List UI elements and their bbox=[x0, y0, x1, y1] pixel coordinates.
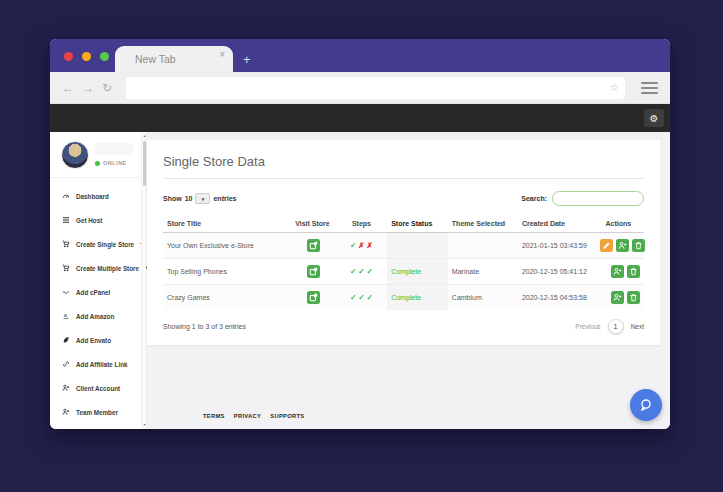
delete-button[interactable] bbox=[627, 291, 640, 304]
footer-link-privacy[interactable]: PRIVACY bbox=[234, 413, 261, 419]
url-input[interactable] bbox=[132, 83, 609, 93]
sidebar-item-create-multiple-store[interactable]: Create Multiple Store + bbox=[50, 256, 146, 280]
sidebar-item-add-envato[interactable]: Add Envato bbox=[50, 328, 146, 352]
store-status-cell: Complete bbox=[387, 285, 448, 311]
sidebar-item-team-member[interactable]: Team Member bbox=[50, 400, 146, 424]
cpanel-icon bbox=[62, 288, 70, 296]
header-created-date[interactable]: Created Date bbox=[518, 215, 593, 233]
envato-icon bbox=[62, 336, 70, 344]
edit-button[interactable] bbox=[600, 239, 613, 252]
app-header-bar: ⚙ bbox=[50, 104, 670, 132]
sidebar-item-client-account[interactable]: Client Account bbox=[50, 376, 146, 400]
cart-icon bbox=[62, 264, 70, 272]
scrollbar-thumb[interactable] bbox=[143, 141, 146, 186]
pagination-previous[interactable]: Previous bbox=[575, 323, 600, 330]
new-tab-button[interactable]: + bbox=[243, 53, 251, 66]
step-check-icon: ✓ bbox=[367, 293, 373, 302]
header-visit-store[interactable]: Visit Store bbox=[289, 215, 336, 233]
created-date-cell: 2020-12-15 04:53:58 bbox=[518, 285, 593, 311]
created-date-cell: 2020-12-15 05:41:12 bbox=[518, 259, 593, 285]
pagination-next[interactable]: Next bbox=[631, 323, 644, 330]
chat-fab-button[interactable] bbox=[630, 389, 662, 421]
visit-store-button[interactable] bbox=[307, 239, 320, 252]
tab-title: New Tab bbox=[135, 53, 176, 65]
online-status-dot bbox=[95, 161, 100, 166]
store-title-cell: Your Own Exclusive e-Store bbox=[163, 233, 289, 259]
url-box[interactable]: ☆ bbox=[126, 77, 625, 99]
chevron-down-icon: ▾ bbox=[202, 196, 205, 202]
sidebar-item-get-host[interactable]: Get Host bbox=[50, 208, 146, 232]
trash-icon bbox=[629, 293, 638, 302]
visit-store-button[interactable] bbox=[307, 291, 320, 304]
user-plus-icon bbox=[613, 293, 622, 302]
browser-tab[interactable]: New Tab × bbox=[115, 46, 233, 72]
user-plus-icon bbox=[62, 384, 70, 392]
desktop-background: New Tab × + ← → ↻ ☆ ⚙ bbox=[0, 0, 723, 492]
search-label: Search: bbox=[521, 195, 547, 202]
reload-icon[interactable]: ↻ bbox=[102, 82, 112, 94]
header-store-title[interactable]: Store Title bbox=[163, 215, 289, 233]
search-input[interactable] bbox=[560, 197, 636, 210]
assign-user-button[interactable] bbox=[611, 291, 624, 304]
footer-link-supports[interactable]: SUPPORTS bbox=[270, 413, 304, 419]
svg-text:a: a bbox=[64, 312, 67, 318]
sidebar-item-add-affiliate-link[interactable]: Add Affiliate Link bbox=[50, 352, 146, 376]
step-cross-icon: ✗ bbox=[367, 241, 373, 250]
delete-button[interactable] bbox=[632, 239, 645, 252]
step-cross-icon: ✗ bbox=[358, 241, 364, 250]
sidebar-item-add-amazon[interactable]: a Add Amazon bbox=[50, 304, 146, 328]
footer-links: TERMS PRIVACY SUPPORTS bbox=[203, 413, 305, 419]
window-controls bbox=[64, 52, 109, 61]
sidebar-scrollbar[interactable]: ▴ ▾ bbox=[141, 132, 146, 429]
steps-cell: ✓✓✓ bbox=[336, 259, 387, 285]
theme-cell: Marinate bbox=[448, 259, 518, 285]
store-status-cell: Complete bbox=[387, 259, 448, 285]
browser-address-bar: ← → ↻ ☆ bbox=[50, 72, 670, 104]
single-store-data-card: Single Store Data Show 10 ▾ entries Sear… bbox=[147, 140, 660, 345]
sidebar-item-create-single-store[interactable]: Create Single Store + bbox=[50, 232, 146, 256]
assign-user-button[interactable] bbox=[616, 239, 629, 252]
sidebar-nav: Dashboard Get Host Create Single Store +… bbox=[50, 178, 146, 424]
bookmark-star-icon[interactable]: ☆ bbox=[609, 81, 619, 94]
assign-user-button[interactable] bbox=[611, 265, 624, 278]
avatar[interactable] bbox=[61, 141, 89, 169]
table-row: Crazy Games ✓✓✓ Complete Cambium 2020-12… bbox=[163, 285, 644, 311]
theme-cell bbox=[448, 233, 518, 259]
server-icon bbox=[62, 216, 70, 224]
footer-link-terms[interactable]: TERMS bbox=[203, 413, 225, 419]
main-content: Single Store Data Show 10 ▾ entries Sear… bbox=[147, 132, 670, 429]
step-check-icon: ✓ bbox=[358, 267, 364, 276]
sidebar-item-dashboard[interactable]: Dashboard bbox=[50, 184, 146, 208]
back-icon[interactable]: ← bbox=[62, 82, 74, 94]
forward-icon[interactable]: → bbox=[82, 82, 94, 94]
browser-menu-icon[interactable] bbox=[641, 82, 658, 94]
visit-store-icon bbox=[309, 241, 318, 250]
step-check-icon: ✓ bbox=[350, 267, 356, 276]
user-plus-icon bbox=[618, 241, 627, 250]
user-plus-icon bbox=[62, 408, 70, 416]
step-check-icon: ✓ bbox=[358, 293, 364, 302]
page-length-control: Show 10 ▾ entries bbox=[163, 193, 236, 204]
close-tab-icon[interactable]: × bbox=[219, 50, 225, 60]
header-theme-selected[interactable]: Theme Selected bbox=[448, 215, 518, 233]
page-length-select[interactable]: ▾ bbox=[195, 193, 210, 204]
store-table: Store Title Visit Store Steps Store Stat… bbox=[163, 215, 644, 310]
maximize-window-button[interactable] bbox=[100, 52, 109, 61]
sidebar-item-add-cpanel[interactable]: Add cPanel bbox=[50, 280, 146, 304]
header-actions[interactable]: Actions bbox=[593, 215, 644, 233]
online-status-label: ONLINE bbox=[103, 160, 127, 166]
table-info: Showing 1 to 3 of 3 entries bbox=[163, 323, 246, 330]
amazon-icon: a bbox=[62, 312, 70, 320]
header-store-status[interactable]: Store Status bbox=[387, 215, 448, 233]
visit-store-icon bbox=[309, 293, 318, 302]
header-steps[interactable]: Steps bbox=[336, 215, 387, 233]
settings-gear-icon[interactable]: ⚙ bbox=[644, 109, 664, 127]
pagination-page-1[interactable]: 1 bbox=[608, 319, 624, 334]
visit-store-button[interactable] bbox=[307, 265, 320, 278]
sidebar: ONLINE Dashboard Get Host Cr bbox=[50, 132, 147, 429]
minimize-window-button[interactable] bbox=[82, 52, 91, 61]
close-window-button[interactable] bbox=[64, 52, 73, 61]
trash-icon bbox=[634, 241, 643, 250]
table-row: Your Own Exclusive e-Store ✓✗✗ 2021-01-1… bbox=[163, 233, 644, 259]
delete-button[interactable] bbox=[627, 265, 640, 278]
